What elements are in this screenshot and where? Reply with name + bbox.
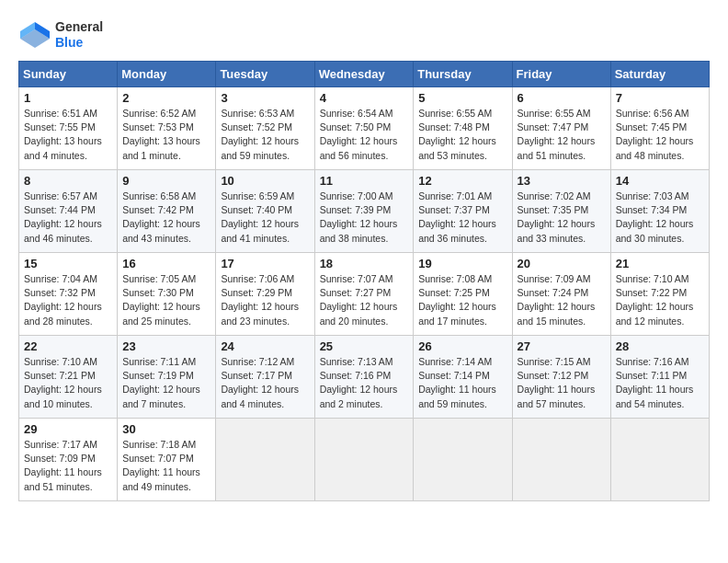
calendar-week-row: 1Sunrise: 6:51 AMSunset: 7:55 PMDaylight… <box>19 87 710 170</box>
calendar-cell: 4Sunrise: 6:54 AMSunset: 7:50 PMDaylight… <box>314 87 414 170</box>
day-number: 30 <box>122 422 210 436</box>
column-header-saturday: Saturday <box>610 62 709 87</box>
calendar-cell: 15Sunrise: 7:04 AMSunset: 7:32 PMDayligh… <box>19 253 118 336</box>
day-number: 29 <box>24 422 112 436</box>
calendar-cell <box>512 419 610 501</box>
day-info: Sunrise: 7:15 AMSunset: 7:12 PMDaylight:… <box>518 355 606 411</box>
calendar-cell: 25Sunrise: 7:13 AMSunset: 7:16 PMDayligh… <box>314 336 414 419</box>
day-number: 25 <box>320 339 409 353</box>
calendar-cell: 24Sunrise: 7:12 AMSunset: 7:17 PMDayligh… <box>216 336 314 419</box>
day-info: Sunrise: 7:01 AMSunset: 7:37 PMDaylight:… <box>418 190 506 246</box>
day-number: 7 <box>616 91 704 105</box>
day-number: 18 <box>320 257 409 270</box>
calendar-cell: 27Sunrise: 7:15 AMSunset: 7:12 PMDayligh… <box>512 336 610 419</box>
day-info: Sunrise: 6:53 AMSunset: 7:52 PMDaylight:… <box>221 107 309 163</box>
day-info: Sunrise: 7:06 AMSunset: 7:29 PMDaylight:… <box>221 272 309 328</box>
day-number: 27 <box>518 339 606 353</box>
calendar-cell: 7Sunrise: 6:56 AMSunset: 7:45 PMDaylight… <box>610 87 709 170</box>
day-info: Sunrise: 7:11 AMSunset: 7:19 PMDaylight:… <box>122 355 210 411</box>
column-header-thursday: Thursday <box>414 62 512 87</box>
logo-text: General Blue <box>55 19 103 51</box>
day-info: Sunrise: 6:51 AMSunset: 7:55 PMDaylight:… <box>24 107 112 163</box>
day-info: Sunrise: 6:52 AMSunset: 7:53 PMDaylight:… <box>122 107 210 163</box>
day-number: 14 <box>616 174 704 188</box>
day-info: Sunrise: 6:59 AMSunset: 7:40 PMDaylight:… <box>221 190 309 246</box>
day-info: Sunrise: 7:10 AMSunset: 7:21 PMDaylight:… <box>24 355 112 411</box>
calendar-cell: 16Sunrise: 7:05 AMSunset: 7:30 PMDayligh… <box>118 253 216 336</box>
calendar-cell: 30Sunrise: 7:18 AMSunset: 7:07 PMDayligh… <box>118 419 216 501</box>
day-info: Sunrise: 7:05 AMSunset: 7:30 PMDaylight:… <box>122 272 210 328</box>
calendar-cell: 21Sunrise: 7:10 AMSunset: 7:22 PMDayligh… <box>610 253 709 336</box>
calendar-cell: 1Sunrise: 6:51 AMSunset: 7:55 PMDaylight… <box>19 87 118 170</box>
day-number: 3 <box>221 91 309 105</box>
column-header-friday: Friday <box>512 62 610 87</box>
day-number: 19 <box>418 257 506 270</box>
logo: General Blue <box>18 18 103 52</box>
calendar-cell: 23Sunrise: 7:11 AMSunset: 7:19 PMDayligh… <box>118 336 216 419</box>
day-info: Sunrise: 6:55 AMSunset: 7:48 PMDaylight:… <box>418 107 506 163</box>
calendar-table: SundayMondayTuesdayWednesdayThursdayFrid… <box>18 61 710 501</box>
day-info: Sunrise: 7:02 AMSunset: 7:35 PMDaylight:… <box>518 190 606 246</box>
calendar-cell <box>610 419 709 501</box>
day-number: 4 <box>320 91 409 105</box>
day-info: Sunrise: 7:03 AMSunset: 7:34 PMDaylight:… <box>616 190 704 246</box>
day-info: Sunrise: 7:17 AMSunset: 7:09 PMDaylight:… <box>24 438 112 494</box>
calendar-cell: 19Sunrise: 7:08 AMSunset: 7:25 PMDayligh… <box>414 253 512 336</box>
calendar-cell: 10Sunrise: 6:59 AMSunset: 7:40 PMDayligh… <box>216 170 314 253</box>
day-info: Sunrise: 7:18 AMSunset: 7:07 PMDaylight:… <box>122 438 210 494</box>
day-info: Sunrise: 7:14 AMSunset: 7:14 PMDaylight:… <box>418 355 506 411</box>
calendar-week-row: 8Sunrise: 6:57 AMSunset: 7:44 PMDaylight… <box>19 170 710 253</box>
calendar-cell: 2Sunrise: 6:52 AMSunset: 7:53 PMDaylight… <box>118 87 216 170</box>
day-number: 17 <box>221 257 309 270</box>
calendar-week-row: 29Sunrise: 7:17 AMSunset: 7:09 PMDayligh… <box>19 419 710 501</box>
calendar-cell: 3Sunrise: 6:53 AMSunset: 7:52 PMDaylight… <box>216 87 314 170</box>
calendar-cell: 8Sunrise: 6:57 AMSunset: 7:44 PMDaylight… <box>19 170 118 253</box>
calendar-header-row: SundayMondayTuesdayWednesdayThursdayFrid… <box>19 62 710 87</box>
logo-visual: General Blue <box>18 18 103 52</box>
calendar-week-row: 22Sunrise: 7:10 AMSunset: 7:21 PMDayligh… <box>19 336 710 419</box>
column-header-wednesday: Wednesday <box>314 62 414 87</box>
day-number: 13 <box>518 174 606 188</box>
calendar-cell: 29Sunrise: 7:17 AMSunset: 7:09 PMDayligh… <box>19 419 118 501</box>
day-number: 26 <box>418 339 506 353</box>
day-info: Sunrise: 7:04 AMSunset: 7:32 PMDaylight:… <box>24 272 112 328</box>
calendar-cell: 6Sunrise: 6:55 AMSunset: 7:47 PMDaylight… <box>512 87 610 170</box>
day-number: 11 <box>320 174 409 188</box>
calendar-cell <box>414 419 512 501</box>
calendar-cell: 11Sunrise: 7:00 AMSunset: 7:39 PMDayligh… <box>314 170 414 253</box>
day-info: Sunrise: 7:16 AMSunset: 7:11 PMDaylight:… <box>616 355 704 411</box>
logo-icon <box>18 18 51 52</box>
calendar-cell: 28Sunrise: 7:16 AMSunset: 7:11 PMDayligh… <box>610 336 709 419</box>
calendar-week-row: 15Sunrise: 7:04 AMSunset: 7:32 PMDayligh… <box>19 253 710 336</box>
day-number: 15 <box>24 257 112 270</box>
day-info: Sunrise: 6:54 AMSunset: 7:50 PMDaylight:… <box>320 107 409 163</box>
column-header-monday: Monday <box>118 62 216 87</box>
day-number: 6 <box>518 91 606 105</box>
day-number: 16 <box>122 257 210 270</box>
day-info: Sunrise: 7:09 AMSunset: 7:24 PMDaylight:… <box>518 272 606 328</box>
day-number: 22 <box>24 339 112 353</box>
column-header-sunday: Sunday <box>19 62 118 87</box>
page-header: General Blue <box>18 18 710 52</box>
calendar-cell: 20Sunrise: 7:09 AMSunset: 7:24 PMDayligh… <box>512 253 610 336</box>
day-info: Sunrise: 6:57 AMSunset: 7:44 PMDaylight:… <box>24 190 112 246</box>
column-header-tuesday: Tuesday <box>216 62 314 87</box>
day-info: Sunrise: 6:55 AMSunset: 7:47 PMDaylight:… <box>518 107 606 163</box>
day-number: 28 <box>616 339 704 353</box>
day-number: 2 <box>122 91 210 105</box>
calendar-cell: 14Sunrise: 7:03 AMSunset: 7:34 PMDayligh… <box>610 170 709 253</box>
day-info: Sunrise: 7:07 AMSunset: 7:27 PMDaylight:… <box>320 272 409 328</box>
day-number: 8 <box>24 174 112 188</box>
day-number: 20 <box>518 257 606 270</box>
calendar-cell: 5Sunrise: 6:55 AMSunset: 7:48 PMDaylight… <box>414 87 512 170</box>
day-number: 1 <box>24 91 112 105</box>
day-info: Sunrise: 7:00 AMSunset: 7:39 PMDaylight:… <box>320 190 409 246</box>
calendar-cell <box>216 419 314 501</box>
calendar-cell: 9Sunrise: 6:58 AMSunset: 7:42 PMDaylight… <box>118 170 216 253</box>
day-info: Sunrise: 6:56 AMSunset: 7:45 PMDaylight:… <box>616 107 704 163</box>
day-info: Sunrise: 6:58 AMSunset: 7:42 PMDaylight:… <box>122 190 210 246</box>
calendar-cell: 13Sunrise: 7:02 AMSunset: 7:35 PMDayligh… <box>512 170 610 253</box>
day-info: Sunrise: 7:08 AMSunset: 7:25 PMDaylight:… <box>418 272 506 328</box>
day-number: 24 <box>221 339 309 353</box>
calendar-cell <box>314 419 414 501</box>
